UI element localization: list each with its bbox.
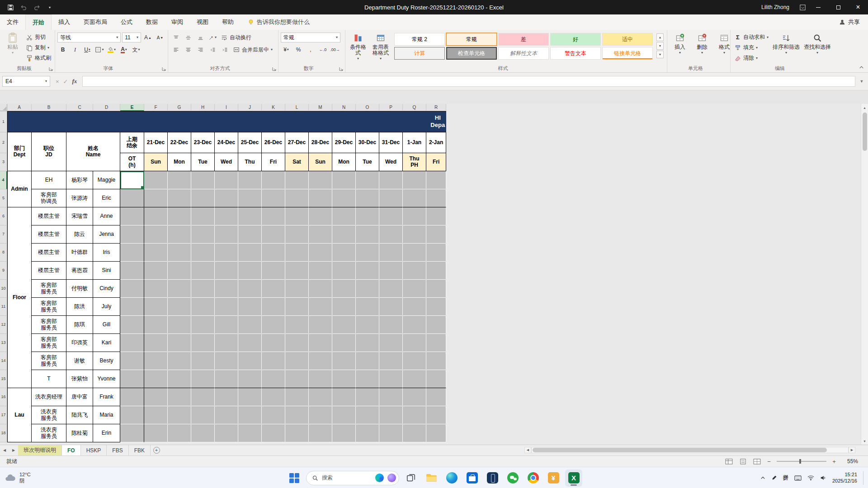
sheet-nav-left-icon[interactable]: ◀: [0, 445, 9, 455]
decrease-indent-icon[interactable]: [207, 45, 218, 55]
duty-cell[interactable]: [215, 334, 238, 352]
clipboard-dialog-launcher[interactable]: [49, 67, 53, 71]
col-header-p[interactable]: P: [379, 104, 403, 111]
jd-cell[interactable]: 楼层主管: [32, 225, 66, 244]
row-header[interactable]: 10: [0, 280, 7, 298]
duty-cell[interactable]: [426, 189, 446, 207]
duty-cell[interactable]: [426, 280, 446, 298]
jd-cell[interactable]: 客房部 服务员: [32, 280, 66, 298]
page-break-view-icon[interactable]: [752, 458, 761, 465]
duty-cell[interactable]: [262, 316, 285, 334]
name-en-cell[interactable]: Iris: [93, 244, 120, 262]
borders-icon[interactable]: ▾: [94, 45, 105, 55]
duty-cell[interactable]: [403, 244, 426, 262]
pen-icon[interactable]: [771, 475, 777, 481]
scroll-left-icon[interactable]: ◀: [524, 447, 531, 453]
duty-cell[interactable]: [356, 262, 379, 280]
weather-widget[interactable]: 12°C 阴: [5, 467, 31, 488]
duty-cell[interactable]: [238, 171, 262, 189]
duty-cell[interactable]: [191, 262, 215, 280]
row-header[interactable]: 15: [0, 370, 7, 388]
duty-cell[interactable]: [356, 352, 379, 370]
duty-cell[interactable]: [309, 388, 332, 406]
jd-cell[interactable]: 楼层主管: [32, 244, 66, 262]
duty-cell[interactable]: [144, 424, 168, 442]
duty-cell[interactable]: [144, 406, 168, 424]
duty-cell[interactable]: [426, 298, 446, 316]
duty-cell[interactable]: [262, 225, 285, 244]
duty-cell[interactable]: [309, 352, 332, 370]
name-cn-cell[interactable]: 张源涛: [66, 189, 93, 207]
accounting-format-icon[interactable]: ¥▾: [281, 45, 292, 55]
duty-cell[interactable]: [356, 207, 379, 225]
duty-cell[interactable]: [215, 207, 238, 225]
comma-icon[interactable]: ,: [305, 45, 316, 55]
duty-cell[interactable]: [332, 207, 356, 225]
duty-cell[interactable]: [238, 280, 262, 298]
name-en-cell[interactable]: July: [93, 298, 120, 316]
day-cell[interactable]: Sat: [285, 153, 309, 171]
col-header-f[interactable]: F: [144, 104, 168, 111]
maximize-button[interactable]: [828, 0, 848, 14]
row-header[interactable]: 7: [0, 225, 7, 244]
duty-cell[interactable]: [215, 316, 238, 334]
start-button[interactable]: [286, 469, 303, 487]
duty-cell[interactable]: [426, 225, 446, 244]
row-header[interactable]: 6: [0, 207, 7, 225]
duty-cell[interactable]: [238, 388, 262, 406]
duty-cell[interactable]: [144, 280, 168, 298]
tab-help[interactable]: 帮助: [215, 14, 241, 30]
duty-cell[interactable]: [285, 262, 309, 280]
decrease-font-icon[interactable]: A▼: [155, 33, 165, 42]
duty-cell[interactable]: [144, 207, 168, 225]
duty-cell[interactable]: [403, 171, 426, 189]
phonetic-guide-icon[interactable]: 文▾: [131, 45, 142, 55]
duty-cell[interactable]: [262, 424, 285, 442]
wifi-icon[interactable]: [807, 475, 814, 481]
duty-cell[interactable]: [379, 298, 403, 316]
col-header-l[interactable]: L: [285, 104, 309, 111]
duty-cell[interactable]: [215, 280, 238, 298]
name-cn-cell[interactable]: 付明敏: [66, 280, 93, 298]
wrap-text-button[interactable]: 自动换行: [219, 33, 253, 42]
duty-cell[interactable]: [215, 370, 238, 388]
collapse-ribbon-icon[interactable]: [857, 64, 865, 70]
name-en-cell[interactable]: Frank: [93, 388, 120, 406]
qat-customize-icon[interactable]: ▾: [44, 1, 56, 13]
name-en-cell[interactable]: Anne: [93, 207, 120, 225]
duty-cell[interactable]: [332, 424, 356, 442]
duty-cell[interactable]: [262, 207, 285, 225]
duty-cell[interactable]: [262, 370, 285, 388]
copy-button[interactable]: 复制 ▾: [24, 43, 52, 52]
duty-cell[interactable]: [309, 424, 332, 442]
sheet-tab-shift-notes[interactable]: 班次明细说明: [18, 445, 62, 455]
duty-cell[interactable]: [403, 298, 426, 316]
duty-cell[interactable]: [426, 406, 446, 424]
duty-cell[interactable]: [144, 244, 168, 262]
duty-cell[interactable]: [191, 388, 215, 406]
close-button[interactable]: ×: [848, 0, 868, 14]
orientation-icon[interactable]: ▾: [207, 33, 218, 42]
date-cell[interactable]: 29-Dec: [332, 132, 356, 153]
duty-cell[interactable]: [215, 189, 238, 207]
ot-cell[interactable]: [120, 262, 144, 280]
duty-cell[interactable]: [191, 334, 215, 352]
row-header[interactable]: 2: [0, 132, 7, 153]
hidden-icons-chevron-icon[interactable]: [760, 475, 765, 480]
row-header[interactable]: 3: [0, 153, 7, 171]
style-tile-9[interactable]: 警告文本: [550, 47, 601, 60]
day-cell[interactable]: Fri: [262, 153, 285, 171]
duty-cell[interactable]: [403, 406, 426, 424]
style-tile-6[interactable]: 计算: [394, 47, 445, 60]
duty-cell[interactable]: [309, 406, 332, 424]
jd-cell[interactable]: 客房部 服务员: [32, 316, 66, 334]
duty-cell[interactable]: [309, 207, 332, 225]
ot-cell[interactable]: [120, 334, 144, 352]
duty-cell[interactable]: [262, 171, 285, 189]
date-cell[interactable]: 22-Dec: [168, 132, 191, 153]
duty-cell[interactable]: [332, 262, 356, 280]
duty-cell[interactable]: [168, 244, 191, 262]
duty-cell[interactable]: [403, 370, 426, 388]
duty-cell[interactable]: [238, 262, 262, 280]
col-header-q[interactable]: Q: [403, 104, 426, 111]
